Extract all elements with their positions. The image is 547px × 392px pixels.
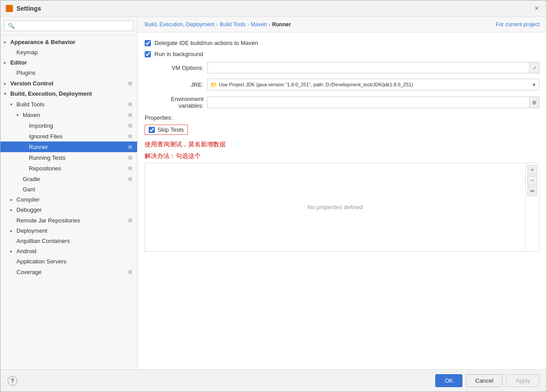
delegate-checkbox-row: Delegate IDE build/run actions to Maven (145, 40, 539, 46)
skip-tests-checkbox-container: Skip Tests (145, 125, 188, 135)
sidebar-label-android: Android (16, 248, 134, 255)
close-button[interactable]: × (532, 4, 541, 13)
properties-table: No properties defined + − ✏ (145, 163, 539, 252)
running-tests-settings-icon: ⊞ (126, 154, 134, 161)
gradle-settings-icon: ⊞ (126, 175, 134, 182)
for-current-project-link[interactable]: For current project (496, 21, 539, 28)
arrow-compiler: ▸ (10, 197, 16, 202)
sidebar-label-running-tests: Running Tests (29, 154, 126, 161)
sidebar-item-appearance[interactable]: ▸ Appearance & Behavior (0, 37, 137, 47)
remove-property-button[interactable]: − (527, 176, 537, 186)
vc-settings-icon: ⊞ (126, 80, 134, 87)
sidebar-label-app-servers: Application Servers (16, 258, 134, 265)
apply-button[interactable]: Apply (506, 374, 539, 387)
vm-options-input[interactable] (207, 62, 530, 73)
env-input[interactable] (207, 97, 530, 108)
sidebar-item-remote-jar[interactable]: Remote Jar Repositories ⊞ (0, 215, 137, 226)
search-input[interactable] (4, 20, 134, 31)
annotation-line1: 使用查询测试，莫名新增数据 (145, 139, 539, 149)
annotation-block: 使用查询测试，莫名新增数据 解决办法：勾选这个 (145, 139, 539, 161)
sidebar-label-vc: Version Control (10, 80, 126, 87)
skip-tests-checkbox[interactable] (149, 127, 155, 133)
right-panel: Build, Execution, Deployment › Build Too… (138, 17, 547, 369)
sidebar-item-editor[interactable]: ▸ Editor (0, 57, 137, 68)
breadcrumb-build-tools[interactable]: Build Tools (220, 21, 246, 28)
footer-right: OK Cancel Apply (435, 374, 539, 387)
sidebar-item-keymap[interactable]: Keymap (0, 47, 137, 57)
jre-label: JRE: (145, 81, 207, 88)
skip-tests-label[interactable]: Skip Tests (158, 126, 184, 133)
sidebar-item-runner[interactable]: Runner ⊞ (0, 141, 137, 152)
vm-options-expand-button[interactable]: ⤢ (530, 62, 539, 73)
sidebar-label-importing: Importing (29, 122, 126, 129)
jre-select[interactable]: 📁 Use Project JDK (java version "1.8.0_2… (207, 79, 539, 90)
sidebar-item-repositories[interactable]: Repositories ⊞ (0, 163, 137, 174)
breadcrumb-path: Build, Execution, Deployment › Build Too… (145, 21, 291, 28)
vm-options-row: VM Options: ⤢ (145, 62, 539, 73)
background-checkbox-row: Run in background (145, 51, 539, 57)
properties-label: Properties: (145, 114, 539, 121)
sidebar-item-arquillian[interactable]: Arquillian Containers (0, 236, 137, 246)
arrow-maven: ▾ (16, 113, 23, 117)
title-bar: Settings × (0, 0, 547, 17)
vm-options-field: ⤢ (207, 62, 539, 73)
arrow-vc: ▸ (4, 81, 10, 86)
sidebar-item-gradle[interactable]: Gradle ⊞ (0, 174, 137, 184)
add-property-button[interactable]: + (527, 165, 537, 175)
sidebar-label-plugins: Plugins (16, 69, 134, 76)
sidebar-item-maven[interactable]: ▾ Maven ⊞ (0, 109, 137, 120)
help-button[interactable]: ? (8, 376, 17, 386)
importing-settings-icon: ⊞ (126, 122, 134, 129)
dialog-title: Settings (16, 5, 41, 12)
breadcrumb-runner: Runner (272, 21, 291, 28)
annotation-line2: 解决办法：勾选这个 (145, 151, 539, 161)
env-browse-button[interactable]: ⊞ (530, 97, 539, 108)
footer-left: ? (8, 376, 17, 386)
settings-dialog: Settings × ▸ Appearance & Behavior Keyma… (0, 0, 547, 392)
sidebar-label-coverage: Coverage (16, 269, 126, 275)
nav-tree: ▸ Appearance & Behavior Keymap ▸ Editor … (0, 35, 137, 369)
sep2: › (247, 21, 249, 28)
jre-select-text: 📁 Use Project JDK (java version "1.8.0_2… (210, 81, 413, 88)
sidebar-label-repositories: Repositories (29, 165, 126, 172)
ok-button[interactable]: OK (435, 374, 462, 387)
sidebar-item-ignored-files[interactable]: Ignored Files ⊞ (0, 131, 137, 141)
title-bar-left: Settings (6, 5, 41, 12)
sidebar-label-gant: Gant (23, 186, 134, 193)
sidebar-item-debugger[interactable]: ▸ Debugger (0, 205, 137, 215)
arrow-android: ▸ (10, 249, 16, 254)
jre-row: JRE: 📁 Use Project JDK (java version "1.… (145, 79, 539, 90)
arrow-debugger: ▸ (10, 207, 16, 212)
cancel-button[interactable]: Cancel (466, 374, 502, 387)
properties-table-buttons: + − ✏ (525, 163, 539, 251)
sidebar-item-build-exec[interactable]: ▾ Build, Execution, Deployment (0, 89, 137, 99)
background-checkbox[interactable] (145, 51, 151, 57)
sidebar-item-version-control[interactable]: ▸ Version Control ⊞ (0, 78, 137, 89)
no-properties-text: No properties defined (145, 163, 525, 251)
sidebar-item-coverage[interactable]: Coverage ⊞ (0, 267, 137, 277)
sidebar-item-importing[interactable]: Importing ⊞ (0, 120, 137, 131)
sidebar-item-app-servers[interactable]: Application Servers (0, 256, 137, 267)
sidebar-item-compiler[interactable]: ▸ Compiler (0, 194, 137, 205)
sep1: › (216, 21, 218, 28)
arrow-build: ▾ (4, 91, 10, 96)
breadcrumb-maven[interactable]: Maven (251, 21, 267, 28)
breadcrumb-build-exec[interactable]: Build, Execution, Deployment (145, 21, 215, 28)
sidebar-item-plugins[interactable]: Plugins (0, 68, 137, 78)
sidebar-label-remote-jar: Remote Jar Repositories (16, 217, 126, 224)
delegate-checkbox[interactable] (145, 40, 151, 46)
env-row: Environment variables: ⊞ (145, 96, 539, 109)
sidebar-label-build-tools: Build Tools (16, 101, 126, 108)
sidebar-item-running-tests[interactable]: Running Tests ⊞ (0, 152, 137, 163)
maven-settings-icon: ⊞ (126, 111, 134, 118)
main-content: ▸ Appearance & Behavior Keymap ▸ Editor … (0, 17, 547, 369)
sidebar-item-build-tools[interactable]: ▾ Build Tools ⊞ (0, 99, 137, 109)
footer: ? OK Cancel Apply (0, 369, 547, 392)
delegate-label[interactable]: Delegate IDE build/run actions to Maven (154, 40, 258, 46)
sidebar-item-gant[interactable]: Gant (0, 184, 137, 194)
arrow-build-tools: ▾ (10, 102, 16, 107)
background-label[interactable]: Run in background (154, 51, 203, 57)
edit-property-button[interactable]: ✏ (527, 186, 537, 196)
sidebar-item-deployment[interactable]: ▸ Deployment (0, 226, 137, 236)
sidebar-item-android[interactable]: ▸ Android (0, 246, 137, 256)
